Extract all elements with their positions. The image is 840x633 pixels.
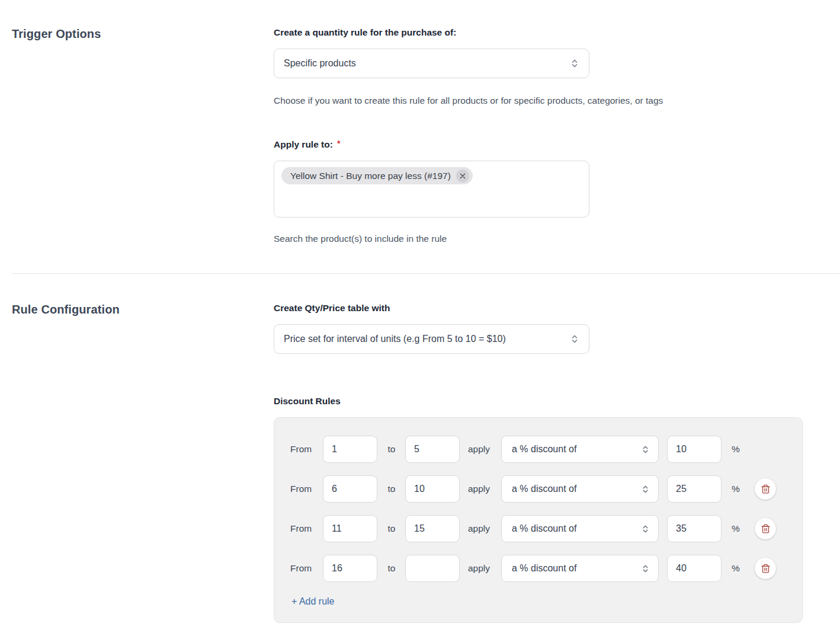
percent-label: %: [732, 563, 742, 574]
trigger-options-heading: Trigger Options: [12, 27, 274, 41]
discount-type-select-value: a % discount of: [512, 444, 641, 455]
qty-price-table-select-value: Price set for interval of units (e.g Fro…: [284, 334, 570, 344]
chevron-updown-icon: [570, 58, 579, 69]
chevron-updown-icon: [641, 564, 650, 574]
to-qty-input[interactable]: [405, 555, 460, 582]
discount-rule-row: Fromtoapplya % discount of%: [290, 515, 786, 542]
add-rule-link[interactable]: + Add rule: [291, 596, 335, 607]
discount-rules-rows: Fromtoapplya % discount of%Fromtoapplya …: [290, 436, 786, 582]
discount-rule-row: Fromtoapplya % discount of%: [290, 555, 786, 582]
apply-rule-label: Apply rule to:*: [274, 139, 840, 150]
from-label: From: [290, 444, 315, 455]
trash-placeholder: [742, 439, 776, 460]
to-qty-input[interactable]: [405, 515, 460, 542]
discount-value-input[interactable]: [667, 475, 722, 503]
from-qty-input[interactable]: [323, 475, 377, 503]
chevron-updown-icon: [641, 524, 650, 534]
trash-icon: [761, 484, 771, 494]
delete-rule-button[interactable]: [755, 518, 776, 539]
to-label: to: [387, 444, 396, 455]
delete-rule-button[interactable]: [755, 478, 776, 500]
chevron-updown-icon: [641, 445, 650, 455]
required-asterisk: *: [337, 139, 340, 148]
trash-icon: [761, 564, 771, 574]
discount-value-input[interactable]: [667, 436, 722, 463]
trash-icon: [761, 524, 771, 534]
remove-product-button[interactable]: [456, 170, 469, 183]
discount-rules-label: Discount Rules: [274, 396, 840, 407]
apply-label: apply: [468, 444, 494, 455]
chevron-updown-icon: [570, 334, 579, 344]
to-label: to: [387, 523, 396, 534]
apply-rule-help: Search the product(s) to include in the …: [274, 232, 840, 245]
discount-type-select[interactable]: a % discount of: [501, 515, 659, 542]
quantity-rule-help: Choose if you want to create this rule f…: [274, 94, 840, 107]
qty-price-table-label: Create Qty/Price table with: [274, 303, 840, 314]
discount-type-select[interactable]: a % discount of: [501, 436, 659, 463]
discount-value-input[interactable]: [667, 515, 722, 542]
apply-rule-product-input[interactable]: Yellow Shirt - Buy more pay less (#197): [274, 161, 589, 218]
delete-rule-button[interactable]: [755, 558, 776, 579]
discount-type-select[interactable]: a % discount of: [501, 475, 659, 503]
from-label: From: [290, 484, 315, 494]
to-label: to: [387, 484, 396, 494]
apply-label: apply: [468, 563, 494, 574]
to-label: to: [387, 563, 396, 574]
discount-type-select-value: a % discount of: [512, 523, 641, 534]
quantity-rule-select-value: Specific products: [284, 58, 570, 69]
selected-product-tag-label: Yellow Shirt - Buy more pay less (#197): [290, 171, 451, 181]
quantity-rule-label: Create a quantity rule for the purchase …: [274, 27, 840, 38]
from-qty-input[interactable]: [323, 555, 377, 582]
discount-rule-row: Fromtoapplya % discount of%: [290, 436, 786, 463]
from-qty-input[interactable]: [323, 436, 377, 463]
percent-label: %: [732, 523, 742, 534]
discount-rules-panel: Fromtoapplya % discount of%Fromtoapplya …: [274, 417, 803, 623]
percent-label: %: [732, 444, 742, 455]
apply-rule-label-text: Apply rule to:: [274, 139, 333, 149]
discount-rule-row: Fromtoapplya % discount of%: [290, 475, 786, 503]
from-qty-input[interactable]: [323, 515, 377, 542]
percent-label: %: [732, 484, 742, 494]
from-label: From: [290, 523, 315, 534]
discount-type-select-value: a % discount of: [512, 563, 641, 574]
discount-value-input[interactable]: [667, 555, 722, 582]
to-qty-input[interactable]: [405, 436, 460, 463]
close-icon: [460, 173, 466, 179]
chevron-updown-icon: [641, 484, 650, 494]
selected-product-tag: Yellow Shirt - Buy more pay less (#197): [281, 167, 473, 184]
rule-configuration-heading: Rule Configuration: [12, 303, 274, 316]
rule-configuration-section: Rule Configuration Create Qty/Price tabl…: [0, 274, 840, 623]
discount-type-select[interactable]: a % discount of: [501, 555, 659, 582]
trigger-options-section: Trigger Options Create a quantity rule f…: [0, 0, 840, 245]
apply-label: apply: [468, 523, 494, 534]
apply-label: apply: [468, 484, 494, 494]
qty-price-table-select[interactable]: Price set for interval of units (e.g Fro…: [274, 324, 589, 354]
quantity-rule-select[interactable]: Specific products: [274, 49, 589, 78]
discount-type-select-value: a % discount of: [512, 484, 641, 494]
from-label: From: [290, 563, 315, 574]
to-qty-input[interactable]: [405, 475, 460, 503]
